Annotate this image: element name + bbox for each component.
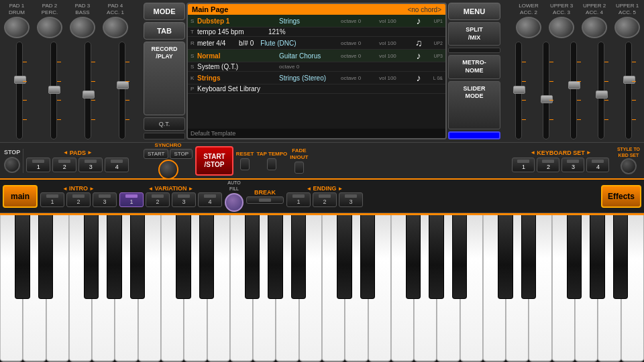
ending-btn-3[interactable]: 3 <box>339 192 363 207</box>
slider-mode-button[interactable]: SLIDER MODE <box>448 81 500 129</box>
variation-btn-2[interactable]: 2 <box>146 192 170 207</box>
black-key[interactable] <box>291 215 306 299</box>
split-mix-button[interactable]: SPLIT /MIX <box>448 22 500 46</box>
reset-button[interactable] <box>240 158 250 170</box>
ending-btn-1[interactable]: 1 <box>286 192 311 207</box>
display-title: Main Page <box>192 5 228 13</box>
black-key[interactable] <box>498 215 513 299</box>
black-key[interactable] <box>84 215 99 299</box>
fader9-handle[interactable] <box>623 76 635 84</box>
fader5-handle[interactable] <box>513 86 525 94</box>
black-key[interactable] <box>429 215 443 299</box>
intro-btn-2[interactable]: 2 <box>66 192 91 207</box>
kbd-btn-2[interactable]: 2 <box>537 158 559 172</box>
tap-tempo-button[interactable] <box>267 158 276 170</box>
black-key[interactable] <box>15 215 30 299</box>
record-play-button[interactable]: RECORD /PLAY <box>144 42 185 115</box>
variation-btn-3[interactable]: 3 <box>172 192 196 207</box>
pads-btn-3[interactable]: 3 <box>78 158 103 172</box>
effects-button[interactable]: Effects <box>601 185 641 208</box>
display-row-4[interactable]: S Normal Guitar Chorus octave 0 vol 100 … <box>188 50 445 62</box>
fader1-handle[interactable] <box>14 76 26 84</box>
pad7-knob[interactable] <box>582 17 607 38</box>
synchro-stop-btn[interactable]: STOP <box>170 149 193 159</box>
black-key[interactable] <box>406 215 421 299</box>
black-key[interactable] <box>613 215 628 299</box>
fader4-handle[interactable] <box>117 81 129 89</box>
pad5-knob[interactable] <box>516 17 541 38</box>
synchro-start-btn[interactable]: START <box>144 149 168 159</box>
black-key[interactable] <box>337 215 352 299</box>
pads-btn-4[interactable]: 4 <box>105 158 129 172</box>
black-key[interactable] <box>452 215 467 299</box>
pads-label: PADS <box>70 149 86 156</box>
black-key[interactable] <box>590 215 604 299</box>
stop-knob[interactable] <box>4 157 20 173</box>
pad1-knob[interactable] <box>4 17 30 38</box>
fader3-handle[interactable] <box>83 90 95 99</box>
ending-btn-2[interactable]: 2 <box>313 192 337 207</box>
black-key[interactable] <box>176 215 191 299</box>
display-row-1[interactable]: S Dubstep 1 Strings octave 0 vol 100 ♪ U… <box>188 15 445 27</box>
fader-ch8 <box>588 39 614 142</box>
row1-style: Strings <box>279 17 339 25</box>
fader-ch6 <box>533 39 559 142</box>
pad2-knob[interactable] <box>37 17 62 38</box>
variation-btn-4[interactable]: 4 <box>198 192 222 207</box>
auto-fill-button[interactable] <box>225 193 244 212</box>
black-key[interactable] <box>245 215 260 299</box>
pad4-knob[interactable] <box>103 17 128 38</box>
intro-section: ◄ INTRO ► 1 2 3 <box>40 185 117 207</box>
intro-btn-1[interactable]: 1 <box>40 192 64 207</box>
auto-fill-section: AUTO FILL <box>225 180 244 212</box>
display-row-3[interactable]: R meter 4/4 b/# 0 Flute (DNC) octave 0 v… <box>188 37 445 50</box>
fader-ch4 <box>105 39 138 142</box>
synchro-circle[interactable] <box>158 160 178 180</box>
qt-button[interactable]: Q.T. <box>144 117 185 131</box>
black-key[interactable] <box>268 215 282 299</box>
black-key[interactable] <box>567 215 582 299</box>
pad8-knob[interactable] <box>614 17 640 38</box>
intro-btn-3[interactable]: 3 <box>93 192 117 207</box>
display-row-2[interactable]: T tempo 145 bpm 121% <box>188 27 445 37</box>
fader7-handle[interactable] <box>568 81 580 89</box>
menu-button[interactable]: MENU <box>448 3 500 20</box>
kbd-btn-4[interactable]: 4 <box>586 158 609 172</box>
black-key[interactable] <box>107 215 121 299</box>
left-faders <box>0 39 141 142</box>
pad6-col: UPPER 3ACC. 3 <box>546 3 577 40</box>
pads-btn-2[interactable]: 2 <box>52 158 76 172</box>
pad7-col: UPPER 2ACC. 4 <box>579 3 610 40</box>
pads-btn-1[interactable]: 1 <box>26 158 50 172</box>
intro-label: INTRO <box>69 185 88 192</box>
black-key[interactable] <box>360 215 375 299</box>
fader6-handle[interactable] <box>541 95 553 103</box>
pad3-knob[interactable] <box>70 17 95 38</box>
variation-btn-1-active[interactable]: 1 <box>119 192 144 207</box>
display-row-5[interactable]: S System (Q.T.) octave 0 <box>188 62 445 72</box>
black-key[interactable] <box>521 215 536 299</box>
black-key[interactable] <box>130 215 145 299</box>
main-button[interactable]: main <box>3 185 38 208</box>
fader8-handle[interactable] <box>596 90 608 99</box>
kbd-btn-3[interactable]: 3 <box>561 158 584 172</box>
tab-button[interactable]: TAB <box>144 22 185 40</box>
metro-nome-button[interactable]: METRO- NOME <box>448 55 500 78</box>
black-key[interactable] <box>38 215 53 299</box>
pad6-knob[interactable] <box>549 17 574 38</box>
pad2-col: PAD 2PERC. <box>34 3 65 40</box>
start-stop-button[interactable]: START /STOP <box>195 146 233 176</box>
fader-ch1 <box>3 39 36 142</box>
display-row-7[interactable]: P Keyboard Set Library <box>188 84 445 94</box>
style-to-kbd-knob[interactable] <box>621 158 637 174</box>
display-row-6[interactable]: K Strings Strings (Stereo) octave 0 vol … <box>188 72 445 84</box>
kbd-btn-1[interactable]: 1 <box>512 158 535 172</box>
row1-name: Dubstep 1 <box>197 17 278 25</box>
mode-panel: MODE TAB RECORD /PLAY Q.T. <box>144 3 185 139</box>
break-button[interactable] <box>246 196 284 204</box>
black-key[interactable] <box>199 215 214 299</box>
fader2-handle[interactable] <box>48 86 60 94</box>
mode-button[interactable]: MODE <box>144 3 185 20</box>
left-mid-controls: STOP ◄ PADS ► 1 2 3 4 <box>0 142 141 178</box>
fade-button[interactable] <box>294 162 304 174</box>
